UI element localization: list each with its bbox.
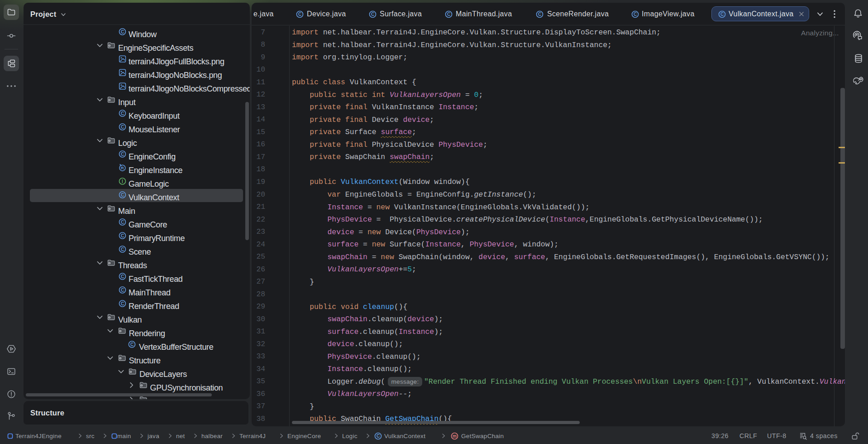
svg-text:C: C [121,111,124,116]
svg-text:C: C [121,301,124,306]
svg-text:C: C [121,29,124,34]
svg-text:C: C [447,12,450,17]
svg-text:C: C [121,151,124,156]
svg-text:C: C [121,287,124,292]
svg-text:C: C [121,124,124,129]
svg-text:C: C [121,219,124,224]
svg-text:C: C [377,434,380,439]
svg-text:C: C [538,12,541,17]
svg-text:C: C [371,12,374,17]
svg-text:C: C [298,12,301,17]
svg-text:C: C [130,342,134,347]
svg-text:I: I [122,179,123,183]
svg-text:C: C [720,12,724,17]
svg-text:C: C [121,246,124,251]
svg-text:C: C [121,192,124,197]
svg-text:C: C [121,274,124,279]
svg-text:R: R [121,165,124,170]
svg-text:C: C [121,233,124,238]
svg-text:m: m [453,434,457,439]
svg-text:C: C [634,12,637,17]
